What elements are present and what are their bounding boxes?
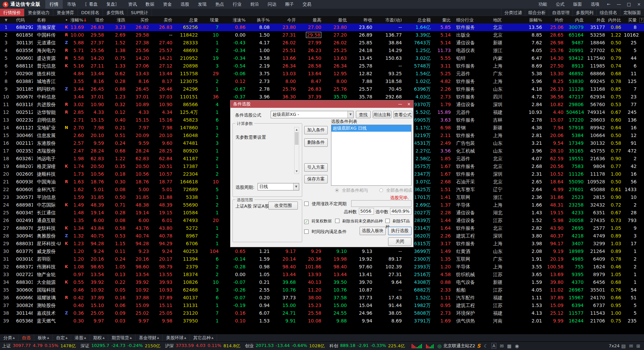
usage-notes-button[interactable]: 用法注释	[373, 111, 391, 118]
find-button[interactable]: 查找	[356, 111, 371, 118]
checkbox-unchecked-icon[interactable]	[304, 202, 309, 206]
stock-row[interactable]: 10300678中科信息3.4437.011.2337.0137.0311015…	[0, 93, 644, 101]
checkbox-skip-untraded[interactable]: 剔除当前未交易的品种	[335, 218, 383, 224]
stock-row[interactable]: 39605368蓝天燃气0.309.970.039.979.983795010.…	[0, 317, 644, 325]
user-icon[interactable]: ◉	[515, 343, 519, 349]
stock-row[interactable]: 34688303大全能源K0.5539.920.2239.9239.931082…	[0, 278, 644, 286]
menu-item-12[interactable]: 问达	[263, 0, 281, 9]
column-header-8[interactable]: 卖价	[152, 17, 175, 24]
checkbox-unfixed-period[interactable]: 使用涨跌不定周期	[304, 201, 346, 207]
scroll-down-icon[interactable]: ▼	[294, 169, 299, 174]
chevron-down-icon[interactable]: ▼	[347, 111, 353, 118]
checkbox-time-range[interactable]: 时间段内满足条件	[304, 229, 346, 235]
stock-row[interactable]: 33002722物产金轮0.9713.540.1313.5413.5518374…	[0, 271, 644, 278]
dialog-titlebar[interactable]: 条件选股 — ×	[230, 100, 413, 108]
delete-condition-button[interactable]: 删除条件	[304, 138, 328, 147]
board-tab-5[interactable]: 期权▲	[90, 334, 108, 341]
checkbox-unchecked-icon[interactable]	[385, 219, 390, 223]
stock-row[interactable]: 31003010若羽臣1.2020.160.2420.1620.17113946…	[0, 255, 644, 263]
column-header-18[interactable]: 总金额	[405, 17, 433, 24]
subnav-tool-5[interactable]: 定制版面	[620, 9, 644, 16]
menu-item-1[interactable]: 市场	[63, 0, 80, 9]
column-header-20[interactable]: 细分行业	[453, 17, 490, 24]
subnav-tool-0[interactable]: 分类过滤	[501, 9, 525, 16]
pick-to-block-button[interactable]: 选股入板块	[360, 227, 386, 235]
column-header-5[interactable]: 现价	[87, 17, 107, 24]
menu-item-3[interactable]: 复盘〗	[102, 0, 124, 9]
server-name[interactable]: 北京联通主站Z2	[443, 343, 475, 349]
board-tab-3[interactable]: 自定▲	[53, 334, 71, 341]
column-header-21[interactable]: 地区	[490, 17, 517, 24]
subnav-tool-3[interactable]: 多股同列	[573, 9, 596, 16]
scrollbar-thumb[interactable]	[295, 132, 299, 145]
column-header-11[interactable]: 涨速%	[221, 17, 248, 24]
stock-row[interactable]: 2601858中国科传R10.0029.582.6929.58--1184221…	[0, 31, 644, 39]
night-mode-icon[interactable]: ☾	[484, 343, 488, 349]
menu-item-2[interactable]: 〖看盘	[80, 0, 102, 9]
subnav-tab-4[interactable]: 多空阵线	[103, 9, 127, 16]
menu-item-11[interactable]: 前沿	[246, 0, 263, 9]
column-header-14[interactable]: 最高	[299, 17, 324, 24]
checkbox-unchecked-icon[interactable]	[304, 229, 309, 234]
font-size-icon[interactable]: A	[491, 343, 496, 349]
index-quote-3[interactable]: 创业2071.53-13.44-0.64%1028亿	[245, 343, 325, 349]
apps-icon[interactable]: ⊞	[636, 343, 640, 349]
menu-right-item-1[interactable]: 公式	[551, 0, 569, 9]
column-header-22[interactable]: 振幅%	[517, 17, 545, 24]
board-tab-9[interactable]: 其它品种▲	[190, 334, 217, 341]
stock-row[interactable]: 36600660福耀玻璃R0.4237.890.1637.8837.894013…	[0, 294, 644, 302]
column-header-7[interactable]: 买价	[128, 17, 152, 24]
condition-list-item[interactable]: 超级底部XG 日线	[331, 125, 411, 132]
column-header-6[interactable]: 涨跌	[107, 17, 128, 24]
execute-pick-button[interactable]: 执行选股	[388, 227, 412, 235]
restore-button-icon[interactable]: □	[624, 0, 634, 9]
column-header-13[interactable]: 今开	[272, 17, 299, 24]
column-header-26[interactable]: 内外比	[608, 17, 624, 24]
minimize-button-icon[interactable]: —	[614, 0, 624, 9]
scroll-up-icon[interactable]: ▲	[294, 127, 299, 132]
subnav-tab-3[interactable]: DDE排名	[78, 9, 103, 16]
column-header-0[interactable]: ▼	[0, 17, 12, 24]
column-header-3[interactable]: •	[62, 17, 70, 24]
board-tab-6[interactable]: 期货现货▲	[108, 334, 136, 341]
stock-row[interactable]: 37300826测绘股份0.4015.100.0615.0915.1113131…	[0, 302, 644, 309]
board-tab-2[interactable]: 板块▲	[34, 334, 53, 341]
period-combobox[interactable]: 日线 ▼	[258, 183, 299, 190]
stock-row[interactable]: 5000603盛达资源R5.5814.200.7514.2014.2121095…	[0, 54, 644, 62]
save-plan-button[interactable]: 保存方案	[304, 175, 328, 183]
subnav-tool-1[interactable]: 组合分析	[525, 9, 549, 16]
menu-item-14[interactable]: 交易	[298, 0, 316, 9]
menu-right-item-2[interactable]: 版面	[569, 0, 586, 9]
board-tab-7[interactable]: 基金理财▲	[136, 334, 163, 341]
stock-row[interactable]: 9301185鸥玛软件Z3.4426.450.8826.4526.4624296…	[0, 85, 644, 93]
stock-row[interactable]: 35300600国瑞科技0.4610.920.0510.9210.9362468…	[0, 286, 644, 294]
menu-right-item-3[interactable]: 选项	[586, 0, 604, 9]
subnav-tool-4[interactable]: 综合排名	[596, 9, 620, 16]
column-header-1[interactable]: 代码	[12, 17, 33, 24]
subnav-tool-2[interactable]: 自选管理	[549, 9, 573, 16]
index-quote-4[interactable]: 科创889.18-2.91-0.33%225.4亿	[329, 343, 405, 349]
index-quote-2[interactable]: 沪深3733.594.030.11%814.8亿	[165, 343, 240, 349]
column-header-24[interactable]: 内盘	[566, 17, 586, 24]
menu-item-9[interactable]: 热点	[211, 0, 228, 9]
column-header-16[interactable]: 昨收	[350, 17, 375, 24]
help-button[interactable]: ?	[639, 18, 644, 23]
menu-item-7[interactable]: 选股	[176, 0, 194, 9]
column-header-23[interactable]: 均价	[545, 17, 566, 24]
list-panel-icon[interactable]: ▤	[621, 343, 626, 349]
tdx-s-icon[interactable]: S	[477, 343, 481, 349]
stock-row[interactable]: 4603556海兴电力R5.7125.561.3825.5625.5748693…	[0, 47, 644, 54]
menu-right-item-0[interactable]: 功能	[534, 0, 551, 9]
stock-row[interactable]: 30603779威龙股份1.209.240.119.239.2440253104…	[0, 248, 644, 255]
add-condition-button[interactable]: 加入条件	[304, 126, 328, 134]
checkbox-checked-icon[interactable]: ✓	[304, 220, 309, 224]
column-header-10[interactable]: 现量	[201, 17, 221, 24]
stock-row[interactable]: 8603887城地香江3.558.160.288.168.1712307520.…	[0, 78, 644, 85]
column-header-17[interactable]: 市盈(动)	[375, 17, 405, 24]
condition-listbox[interactable]: 超级底部XG 日线	[331, 125, 412, 186]
chevron-down-icon[interactable]: ▼	[293, 183, 299, 190]
params-scrollbar[interactable]: ▲ ▼	[294, 127, 299, 174]
column-header-4[interactable]: 涨幅%↓	[70, 17, 87, 24]
board-tab-0[interactable]: 分类▲	[0, 334, 18, 341]
change-range-button[interactable]: 改变范围	[268, 202, 298, 210]
